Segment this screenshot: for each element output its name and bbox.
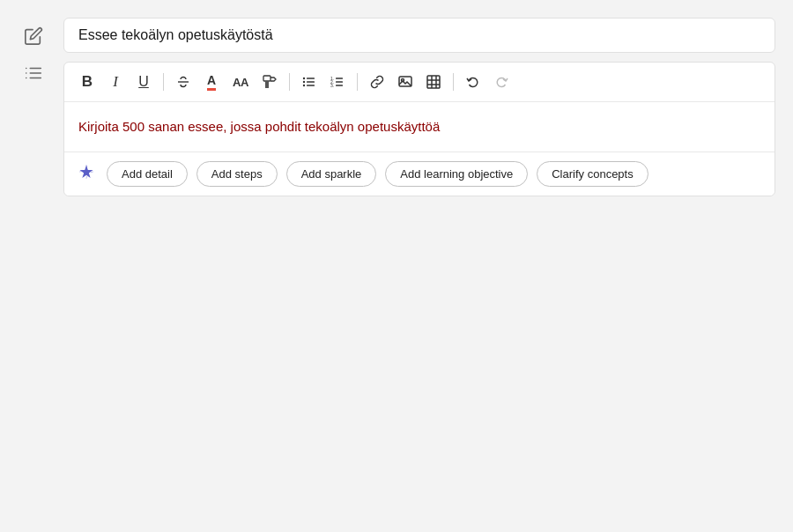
svg-rect-18 [336,78,343,78]
font-size-button[interactable]: AA [227,70,254,94]
font-color-button[interactable]: A [199,70,224,94]
svg-point-9 [303,78,305,79]
svg-rect-19 [336,81,343,82]
svg-rect-7 [263,76,271,81]
svg-rect-8 [265,81,269,88]
svg-rect-20 [336,85,343,85]
svg-rect-14 [307,85,315,85]
svg-point-10 [303,81,305,83]
right-panel: Essee tekoälyn opetuskäytöstä B I U [63,18,775,196]
strikethrough-button[interactable] [171,70,196,94]
add-steps-button[interactable]: Add steps [196,161,278,187]
svg-point-11 [303,85,305,86]
title-text: Essee tekoälyn opetuskäytöstä [78,27,273,42]
underline-button[interactable]: U [131,70,156,94]
edit-icon[interactable] [18,26,49,46]
left-sidebar [18,18,49,83]
toolbar: B I U A AA [64,63,774,102]
add-learning-objective-button[interactable]: Add learning objective [385,161,528,187]
editor-content: Kirjoita 500 sanan essee, jossa pohdit t… [78,119,440,134]
table-button[interactable] [421,70,446,94]
list-icon[interactable] [18,63,49,83]
title-bar: Essee tekoälyn opetuskäytöstä [63,18,775,53]
image-button[interactable] [393,70,418,94]
editor-body[interactable]: Kirjoita 500 sanan essee, jossa pohdit t… [64,102,774,151]
numbered-list-button[interactable]: 1. 2. 3. [325,70,350,94]
format-painter-button[interactable] [257,70,282,94]
add-detail-button[interactable]: Add detail [107,161,188,187]
italic-button[interactable]: I [103,70,128,94]
redo-button[interactable] [489,70,514,94]
svg-rect-23 [427,76,440,88]
svg-text:3.: 3. [330,83,334,88]
bottom-action-bar: Add detail Add steps Add sparkle Add lea… [64,151,774,196]
separator-3 [357,73,358,91]
bold-button[interactable]: B [75,70,100,94]
sparkle-icon [78,164,94,184]
separator-4 [453,73,454,91]
link-button[interactable] [365,70,389,94]
add-sparkle-button[interactable]: Add sparkle [286,161,377,187]
bullet-list-button[interactable] [297,70,322,94]
svg-rect-13 [307,81,315,82]
svg-rect-12 [307,78,315,78]
main-container: Essee tekoälyn opetuskäytöstä B I U [0,0,793,532]
separator-2 [289,73,290,91]
clarify-concepts-button[interactable]: Clarify concepts [537,161,648,187]
editor-container: B I U A AA [63,62,775,196]
separator-1 [163,73,164,91]
undo-button[interactable] [461,70,485,94]
